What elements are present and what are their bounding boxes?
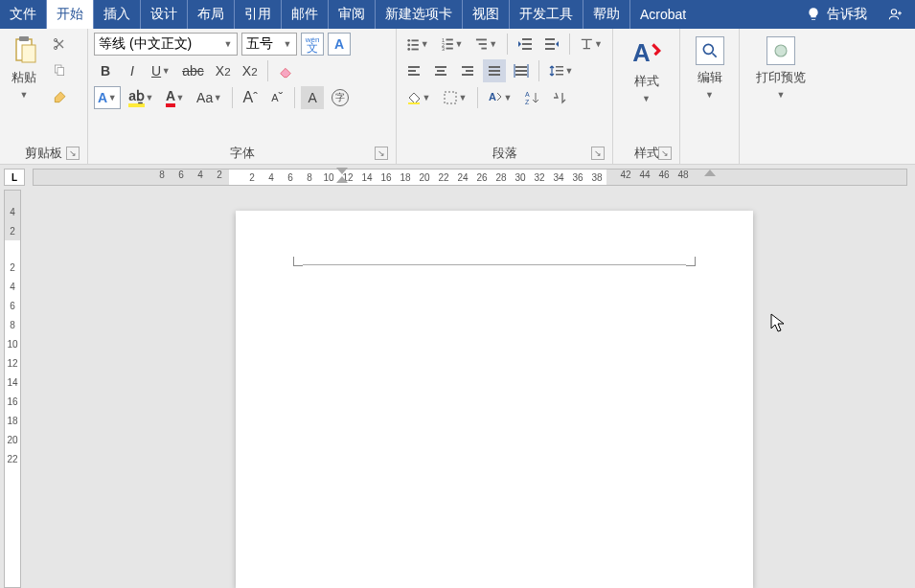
group-font: 等线 (中文正文)▼ 五号▼ wén 文 A B I U▼ abc X2 X2 … [88, 29, 397, 164]
align-justify-button[interactable] [483, 59, 506, 82]
line-spacing-button[interactable]: ▼ [545, 59, 578, 82]
font-dialog-launcher[interactable]: ↘ [375, 147, 388, 160]
share-button[interactable] [877, 0, 915, 29]
tab-acrobat[interactable]: Acrobat [630, 0, 696, 29]
copy-button[interactable] [48, 59, 71, 82]
svg-rect-38 [489, 66, 500, 68]
editing-button[interactable]: 编辑▼ [686, 33, 733, 104]
tell-me-search[interactable]: 告诉我 [796, 0, 877, 29]
numbering-button[interactable]: 123▼ [437, 33, 468, 56]
margin-corner-icon [686, 257, 696, 266]
svg-rect-31 [408, 74, 420, 76]
multilevel-button[interactable]: ▼ [471, 33, 502, 56]
borders-button[interactable]: ▼ [439, 86, 471, 109]
tab-selector[interactable]: L [4, 169, 25, 186]
group-paragraph: ▼ 123▼ ▼ ▼ ▼ ▼ ▼ [397, 29, 613, 164]
paste-label: 粘贴 [11, 70, 36, 84]
font-name-select[interactable]: 等线 (中文正文)▼ [94, 33, 238, 56]
separator [569, 34, 570, 55]
phonetic-guide-button[interactable]: wén 文 [301, 33, 324, 56]
svg-rect-43 [515, 74, 527, 76]
margin-corner-icon [293, 257, 303, 266]
svg-rect-27 [545, 43, 555, 45]
align-right-button[interactable] [456, 59, 479, 82]
group-clipboard: 粘贴▼ 剪贴板 ↘ [0, 29, 88, 164]
svg-rect-41 [515, 66, 527, 68]
change-case-button[interactable]: Aa▼ [193, 86, 226, 109]
shading-button[interactable]: ▼ [402, 86, 435, 109]
group-styles: A 样式▼ 样式 ↘ [613, 29, 680, 164]
italic-button[interactable]: I [121, 59, 144, 82]
char-border-button[interactable]: A [328, 33, 351, 56]
circle-icon [772, 42, 789, 59]
group-editing: 编辑▼ [680, 29, 740, 164]
styles-dialog-launcher[interactable]: ↘ [658, 147, 672, 160]
horizontal-ruler[interactable]: 8 6 4 2 2 4 6 8 10 12 14 16 18 20 22 24 … [33, 169, 907, 186]
print-preview-button[interactable]: 打印预览▼ [745, 33, 816, 104]
svg-rect-22 [481, 48, 486, 50]
distribute-button[interactable] [510, 59, 533, 82]
enclose-char-button[interactable]: 字 [328, 86, 353, 109]
header-boundary [303, 264, 686, 265]
align-left-button[interactable] [402, 59, 425, 82]
svg-rect-34 [435, 74, 446, 76]
tab-layout[interactable]: 布局 [188, 0, 235, 29]
svg-rect-33 [437, 70, 445, 72]
sort-icon: AZ [524, 90, 539, 105]
tab-insert[interactable]: 插入 [94, 0, 141, 29]
indent-marker-left[interactable] [336, 168, 348, 183]
svg-rect-47 [408, 102, 420, 104]
char-shading-button[interactable]: A [301, 86, 324, 109]
svg-rect-46 [556, 74, 563, 76]
highlight-button[interactable]: aḇ▼ [125, 86, 158, 109]
tab-newtab[interactable]: 新建选项卡 [376, 0, 463, 29]
subscript-button[interactable]: X2 [212, 59, 235, 82]
svg-text:A: A [632, 39, 650, 66]
bold-button[interactable]: B [94, 59, 117, 82]
font-size-select[interactable]: 五号▼ [241, 33, 297, 56]
snap-button[interactable]: A▼ [484, 86, 516, 109]
cut-button[interactable] [48, 33, 71, 56]
asian-layout-button[interactable]: ▼ [576, 33, 606, 56]
tab-review[interactable]: 审阅 [329, 0, 376, 29]
outdent-icon [517, 36, 533, 52]
brush-icon [52, 90, 67, 105]
svg-rect-40 [489, 74, 500, 76]
tab-references[interactable]: 引用 [235, 0, 282, 29]
sort-button[interactable]: AZ [520, 86, 543, 109]
tab-design[interactable]: 设计 [141, 0, 188, 29]
bullets-button[interactable]: ▼ [402, 33, 433, 56]
text-effects-button[interactable]: A▼ [94, 86, 121, 109]
bullets-icon [406, 36, 421, 52]
increase-indent-button[interactable] [540, 33, 563, 56]
tab-mailings[interactable]: 邮件 [282, 0, 329, 29]
tab-file[interactable]: 文件 [0, 0, 47, 29]
align-center-button[interactable] [429, 59, 452, 82]
document-page[interactable] [236, 211, 753, 588]
separator [294, 87, 295, 108]
align-justify-icon [487, 63, 502, 79]
grow-font-button[interactable]: Aˆ [239, 86, 262, 109]
distribute-icon [514, 63, 529, 79]
tab-view[interactable]: 视图 [463, 0, 510, 29]
vertical-ruler[interactable]: 4 2 2 4 6 8 10 12 14 16 18 20 22 [4, 190, 21, 588]
paste-button[interactable]: 粘贴▼ [6, 33, 42, 101]
tab-home[interactable]: 开始 [47, 0, 94, 29]
strikethrough-button[interactable]: abc [178, 59, 208, 82]
tab-developer[interactable]: 开发工具 [510, 0, 583, 29]
clear-format-button[interactable] [274, 59, 297, 82]
styles-button[interactable]: A 样式▼ [619, 33, 674, 108]
shrink-font-button[interactable]: Aˇ [265, 86, 288, 109]
superscript-button[interactable]: X2 [239, 59, 262, 82]
decrease-indent-button[interactable] [514, 33, 537, 56]
clipboard-dialog-launcher[interactable]: ↘ [66, 147, 80, 160]
paragraph-dialog-launcher[interactable]: ↘ [591, 147, 605, 160]
font-group-label: 字体 [230, 146, 255, 160]
underline-button[interactable]: U▼ [148, 59, 174, 82]
svg-rect-19 [446, 48, 452, 50]
show-marks-button[interactable] [547, 86, 570, 109]
indent-marker-right[interactable] [704, 168, 716, 176]
format-painter-button[interactable] [48, 86, 71, 109]
tab-help[interactable]: 帮助 [583, 0, 630, 29]
font-color-button[interactable]: A▼ [162, 86, 189, 109]
